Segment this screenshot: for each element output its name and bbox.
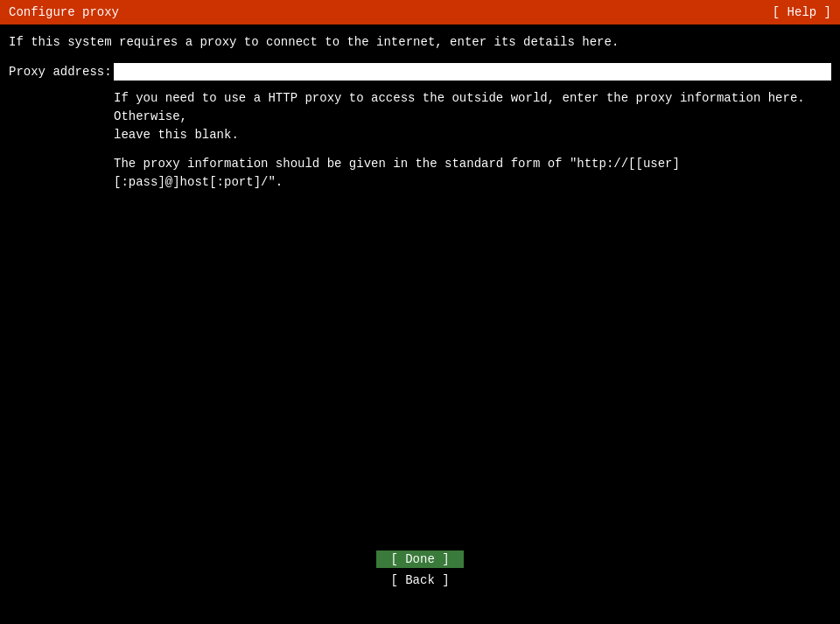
info-block-1: If you need to use a HTTP proxy to acces… bbox=[114, 89, 831, 144]
buttons-area: [ Done ] [ Back ] bbox=[0, 550, 840, 589]
proxy-row: Proxy address: bbox=[9, 63, 831, 81]
info-line-1a: If you need to use a HTTP proxy to acces… bbox=[114, 89, 831, 126]
info-block-2: The proxy information should be given in… bbox=[114, 155, 831, 192]
main-content: If this system requires a proxy to conne… bbox=[0, 25, 840, 202]
window-title: Configure proxy bbox=[9, 5, 119, 19]
info-line-2: The proxy information should be given in… bbox=[114, 155, 831, 192]
title-bar: Configure proxy [ Help ] bbox=[0, 0, 840, 25]
proxy-address-input[interactable] bbox=[114, 63, 831, 81]
done-button[interactable]: [ Done ] bbox=[376, 550, 464, 568]
help-button[interactable]: [ Help ] bbox=[773, 5, 831, 19]
proxy-label: Proxy address: bbox=[9, 63, 114, 79]
info-line-1b: leave this blank. bbox=[114, 126, 831, 144]
back-button[interactable]: [ Back ] bbox=[376, 571, 464, 589]
description-text: If this system requires a proxy to conne… bbox=[9, 35, 831, 49]
